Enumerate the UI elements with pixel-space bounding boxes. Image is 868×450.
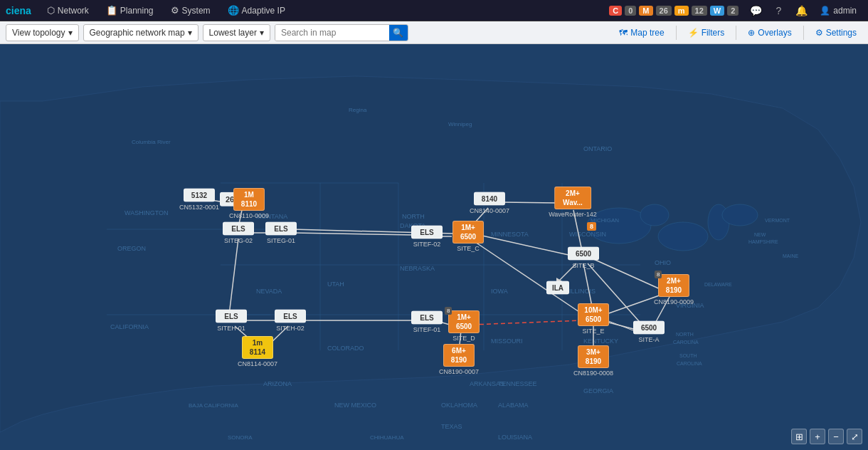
- badge-w-count: 2: [727, 6, 739, 16]
- node-els-siteg01[interactable]: ELS SITEG-01: [265, 222, 297, 244]
- map-tree-btn[interactable]: 🗺 Map tree: [613, 24, 669, 41]
- node-ila[interactable]: ILA: [546, 281, 569, 295]
- nav-adaptive-ip[interactable]: 🌐 Adaptive IP: [221, 0, 292, 21]
- toolbar: View topology ▾ Geographic network map ▾…: [0, 21, 868, 44]
- node-site-b-label: SITE_B: [572, 262, 594, 269]
- alert-badges: C 0 M 26 m 12 W 2: [609, 6, 739, 16]
- node-5132-label: CN5132-0001: [179, 204, 219, 211]
- map-layers-btn[interactable]: ⊞: [791, 429, 807, 444]
- node-8110[interactable]: 1M8110 CN8110-0009: [229, 188, 269, 219]
- node-8140[interactable]: 8140 CN8140-0007: [470, 192, 509, 214]
- settings-label: Settings: [826, 28, 857, 38]
- svg-text:WISCONSIN: WISCONSIN: [569, 231, 606, 238]
- svg-text:KENTUCKY: KENTUCKY: [583, 338, 618, 345]
- svg-point-11: [640, 204, 669, 226]
- node-site-d[interactable]: 1M+6500 8 SITE_D: [448, 310, 480, 342]
- svg-text:NEW: NEW: [754, 232, 766, 237]
- node-waverouter-label: WaveRouter-142: [549, 211, 597, 218]
- chat-icon-btn[interactable]: 💬: [746, 1, 766, 21]
- node-site-b[interactable]: 6500 SITE_B: [568, 247, 599, 269]
- node-8190-0007[interactable]: 6M+8190 CN8190-0007: [439, 344, 479, 375]
- help-icon-btn[interactable]: ?: [768, 1, 788, 21]
- nav-system[interactable]: ⚙ System: [164, 0, 218, 21]
- node-site-a[interactable]: 6500 SITE-A: [633, 321, 665, 343]
- badge-m[interactable]: M: [639, 6, 652, 16]
- nav-planning-label: Planning: [120, 6, 154, 16]
- overlays-icon: ⊕: [748, 28, 755, 38]
- node-els-siteh01[interactable]: ELS SITEH-01: [216, 310, 247, 332]
- node-site-c-box: 1M+6500: [452, 221, 484, 244]
- node-8190-0009[interactable]: 2M+8190 8 CN8190-0009: [654, 274, 694, 305]
- overlays-btn[interactable]: ⊕ Overlays: [742, 24, 797, 41]
- svg-text:CALIFORNIA: CALIFORNIA: [110, 323, 149, 330]
- svg-text:CAROLINA: CAROLINA: [673, 340, 699, 345]
- filters-icon: ⚡: [688, 28, 699, 38]
- node-els-sitef02-label: SITEF-02: [413, 241, 441, 248]
- map-area[interactable]: WASHINGTON OREGON CALIFORNIA MONTANA NEV…: [0, 44, 868, 450]
- svg-text:MAINE: MAINE: [783, 253, 799, 258]
- node-waverouter-142[interactable]: 2M+Wav... WaveRouter-142: [549, 187, 597, 218]
- badge-c[interactable]: C: [609, 6, 622, 16]
- node-ila-box: ILA: [546, 281, 569, 295]
- node-8140-label: CN8140-0007: [470, 207, 509, 214]
- nav-planning[interactable]: 📋 Planning: [99, 0, 161, 21]
- svg-text:UTAH: UTAH: [327, 281, 344, 288]
- geographic-map-select[interactable]: Geographic network map ▾: [83, 24, 199, 41]
- notifications-icon-btn[interactable]: 🔔: [791, 1, 811, 21]
- search-box: 🔍: [275, 24, 408, 41]
- svg-text:TEXAS: TEXAS: [441, 423, 462, 430]
- user-menu[interactable]: 👤 admin: [814, 6, 862, 16]
- node-els-siteg01-box: ELS: [265, 222, 297, 236]
- view-topology-select[interactable]: View topology ▾: [6, 24, 79, 41]
- svg-point-14: [722, 204, 758, 226]
- node-8190-0007-box: 6M+8190: [443, 344, 475, 367]
- search-button[interactable]: 🔍: [389, 25, 408, 41]
- svg-text:CAROLINA: CAROLINA: [677, 361, 702, 366]
- node-els-siteh02[interactable]: ELS SITEH-02: [275, 310, 306, 332]
- svg-text:ARIZONA: ARIZONA: [263, 380, 292, 387]
- node-site-e-box: 10M+6500: [578, 303, 609, 326]
- node-8190-0009-badge: 8: [655, 271, 662, 278]
- svg-text:WASHINGTON: WASHINGTON: [125, 209, 169, 216]
- node-8190-0008[interactable]: 3M+8190 CN8190-0008: [573, 345, 613, 377]
- node-els-sitef02[interactable]: ELS SITEF-02: [411, 226, 443, 248]
- settings-btn[interactable]: ⚙ Settings: [810, 24, 862, 41]
- map-zoom-in-btn[interactable]: +: [810, 429, 825, 444]
- svg-text:ONTARIO: ONTARIO: [583, 145, 612, 152]
- toolbar-divider-2: [736, 26, 736, 40]
- node-els-sitef01-box: ELS: [411, 311, 443, 325]
- badge-c-count: 0: [625, 6, 636, 16]
- node-els-siteg02[interactable]: ELS SITEG-02: [223, 222, 254, 244]
- svg-text:HAMPSHIRE: HAMPSHIRE: [748, 239, 778, 244]
- node-els-siteg02-box: ELS: [223, 222, 254, 236]
- node-8190-0008-label: CN8190-0008: [573, 370, 613, 377]
- map-controls: ⊞ + − ⤢: [791, 429, 862, 444]
- map-zoom-out-btn[interactable]: −: [828, 429, 844, 444]
- svg-text:NEW MEXICO: NEW MEXICO: [334, 402, 376, 409]
- node-els-sitef01[interactable]: ELS SITEF-01: [411, 311, 443, 333]
- user-icon: 👤: [820, 6, 830, 16]
- badge-w[interactable]: W: [710, 6, 724, 16]
- node-site-c[interactable]: 1M+6500 SITE_C: [452, 221, 484, 252]
- map-tree-label: Map tree: [630, 28, 664, 38]
- lowest-layer-select[interactable]: Lowest layer ▾: [203, 24, 270, 41]
- toolbar-divider-3: [803, 26, 804, 40]
- nav-network-label: Network: [58, 6, 89, 16]
- network-icon: ⬡: [47, 5, 55, 16]
- search-input[interactable]: [275, 25, 389, 41]
- svg-text:OHIO: OHIO: [655, 259, 671, 266]
- map-fit-btn[interactable]: ⤢: [847, 429, 862, 444]
- node-8114[interactable]: 1m8114 CN8114-0007: [238, 336, 277, 367]
- node-8140-box: 8140: [474, 192, 505, 206]
- node-5132[interactable]: 5132 CN5132-0001: [179, 189, 219, 211]
- nav-network[interactable]: ⬡ Network: [40, 0, 96, 21]
- svg-text:MISSOURI: MISSOURI: [491, 338, 523, 345]
- svg-text:SONORA: SONORA: [228, 434, 253, 441]
- node-8114-label: CN8114-0007: [238, 360, 277, 367]
- svg-text:CHIHUAHUA: CHIHUAHUA: [370, 434, 404, 441]
- filters-btn[interactable]: ⚡ Filters: [682, 24, 731, 41]
- node-site-e[interactable]: 10M+6500 SITE_E: [578, 303, 609, 335]
- badge-m2[interactable]: m: [674, 6, 689, 16]
- lowest-layer-chevron: ▾: [260, 28, 264, 38]
- node-5132-box: 5132: [184, 189, 215, 202]
